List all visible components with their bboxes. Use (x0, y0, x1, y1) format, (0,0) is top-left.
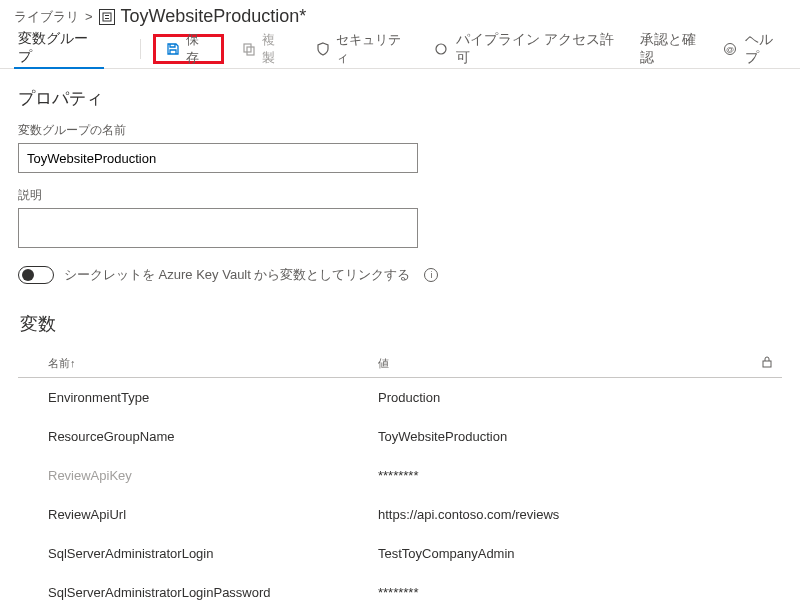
variable-value: Production (378, 390, 782, 405)
name-field-label: 変数グループの名前 (18, 122, 782, 139)
svg-text:@: @ (726, 45, 734, 54)
help-link[interactable]: ヘルプ (745, 31, 786, 67)
description-label: 説明 (18, 187, 782, 204)
breadcrumb-library-link[interactable]: ライブラリ (14, 8, 79, 26)
keyvault-toggle-label: シークレットを Azure Key Vault から変数としてリンクする (64, 266, 410, 284)
col-name-header[interactable]: 名前↑ (48, 356, 378, 371)
svg-point-5 (436, 44, 446, 54)
security-button[interactable]: セキュリティ (306, 34, 422, 64)
security-label: セキュリティ (336, 31, 412, 67)
group-name-input[interactable] (18, 143, 418, 173)
shield-icon (316, 42, 330, 56)
clone-label: 複製 (262, 31, 287, 67)
help-icon[interactable]: @ (723, 42, 737, 56)
svg-rect-1 (105, 15, 109, 16)
variable-name: ReviewApiKey (48, 468, 378, 483)
table-header: 名前↑ 値 (18, 350, 782, 378)
variable-name: EnvironmentType (48, 390, 378, 405)
clone-icon (242, 42, 256, 56)
svg-rect-0 (103, 13, 111, 21)
table-row[interactable]: EnvironmentTypeProduction (18, 378, 782, 417)
toolbar: 変数グループ 保存 複製 セキュリティ パイプライン アクセス許可 承認と確認 … (0, 29, 800, 69)
save-button[interactable]: 保存 (153, 34, 224, 64)
breadcrumb: ライブラリ > ToyWebsiteProduction* (0, 0, 800, 29)
variable-name: ResourceGroupName (48, 429, 378, 444)
variable-name: SqlServerAdministratorLogin (48, 546, 378, 561)
clone-button: 複製 (232, 34, 297, 64)
table-row[interactable]: SqlServerAdministratorLoginTestToyCompan… (18, 534, 782, 573)
svg-rect-2 (105, 18, 109, 19)
variables-heading: 変数 (18, 312, 782, 336)
pipeline-perms-icon[interactable] (434, 42, 448, 56)
info-icon[interactable]: i (424, 268, 438, 282)
approvals-link[interactable]: 承認と確認 (640, 31, 709, 67)
col-value-header[interactable]: 値 (378, 356, 752, 371)
breadcrumb-separator: > (85, 9, 93, 24)
description-input[interactable] (18, 208, 418, 248)
table-row[interactable]: ReviewApiKey******** (18, 456, 782, 495)
keyvault-toggle[interactable] (18, 266, 54, 284)
variable-value: ******** (378, 585, 782, 600)
col-lock-header (752, 356, 782, 371)
save-icon (166, 42, 180, 56)
variable-value: ToyWebsiteProduction (378, 429, 782, 444)
svg-rect-8 (763, 361, 771, 367)
toolbar-separator (140, 39, 141, 59)
pipeline-permissions-link[interactable]: パイプライン アクセス許可 (456, 31, 625, 67)
lock-icon (762, 356, 772, 368)
variable-value: ******** (378, 468, 782, 483)
variables-table: 名前↑ 値 EnvironmentTypeProductionResourceG… (18, 350, 782, 612)
save-label: 保存 (186, 31, 211, 67)
page-title: ToyWebsiteProduction* (121, 6, 307, 27)
table-row[interactable]: SqlServerAdministratorLoginPassword*****… (18, 573, 782, 612)
variable-value: https://api.contoso.com/reviews (378, 507, 782, 522)
table-row[interactable]: ResourceGroupNameToyWebsiteProduction (18, 417, 782, 456)
variable-value: TestToyCompanyAdmin (378, 546, 782, 561)
toggle-knob (22, 269, 34, 281)
variable-name: SqlServerAdministratorLoginPassword (48, 585, 378, 600)
variable-name: ReviewApiUrl (48, 507, 378, 522)
variable-group-icon (99, 9, 115, 25)
tab-variable-groups[interactable]: 変数グループ (14, 29, 104, 69)
table-row[interactable]: ReviewApiUrlhttps://api.contoso.com/revi… (18, 495, 782, 534)
properties-heading: プロパティ (18, 87, 782, 110)
